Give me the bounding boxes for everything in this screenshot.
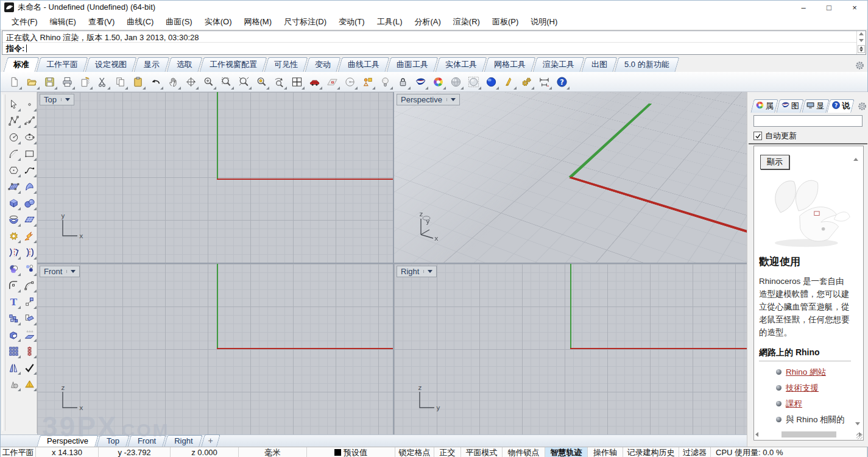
ribbon-tab[interactable]: 设定视图	[87, 57, 135, 72]
zoom-dynamic-icon[interactable]	[201, 74, 216, 90]
help-icon[interactable]: ?	[554, 74, 570, 90]
close-button[interactable]: ×	[842, 1, 867, 14]
circle-icon[interactable]	[6, 130, 21, 144]
viewport-label-front[interactable]: Front	[40, 266, 80, 277]
panel-tab-图[interactable]: 图	[778, 99, 802, 113]
ribbon-tab[interactable]: 选取	[169, 57, 200, 72]
status-cell[interactable]: 过滤器	[679, 447, 711, 457]
ribbon-tab[interactable]: 曲面工具	[389, 57, 436, 72]
status-cell[interactable]: 毫米	[239, 447, 307, 457]
fillet-surface-icon[interactable]	[22, 278, 37, 292]
array-icon[interactable]	[6, 311, 21, 325]
command-scrollbar[interactable]	[856, 31, 866, 54]
pyramid-icon[interactable]	[22, 377, 37, 391]
viewport-menu-button[interactable]	[446, 98, 456, 101]
menu-item[interactable]: 曲面(S)	[160, 15, 198, 29]
scroll-left-icon[interactable]	[755, 432, 758, 437]
lock-icon[interactable]	[395, 74, 411, 90]
viewport-label-perspective[interactable]: Perspective	[397, 94, 460, 105]
viewport-tab-front[interactable]: Front	[129, 435, 164, 447]
command-line[interactable]: 指令:	[2, 43, 866, 54]
menu-item[interactable]: 查看(V)	[82, 15, 121, 29]
torus-icon[interactable]	[6, 212, 21, 227]
control-point-curve-icon[interactable]	[22, 113, 37, 128]
auto-update-checkbox[interactable]	[753, 132, 762, 140]
extrude-icon[interactable]	[22, 327, 37, 342]
panel-tab-显[interactable]: 显	[803, 99, 828, 113]
help-search-input[interactable]	[753, 115, 863, 127]
move-icon[interactable]	[22, 294, 37, 309]
minimize-button[interactable]: –	[791, 1, 816, 14]
scroll-up-icon[interactable]	[859, 32, 864, 35]
viewport-layout-icon[interactable]	[289, 74, 305, 90]
panel-horizontal-scrollbar[interactable]	[755, 430, 862, 439]
menu-item[interactable]: 实体(O)	[199, 15, 238, 29]
surface-quilt-icon[interactable]	[22, 212, 37, 227]
split-icon[interactable]	[22, 245, 37, 260]
help-link[interactable]: 課程	[786, 399, 802, 408]
solid-union-icon[interactable]	[6, 327, 21, 342]
paste-icon[interactable]	[130, 74, 146, 90]
render-icon[interactable]	[413, 74, 428, 90]
menu-item[interactable]: 工具(L)	[371, 15, 409, 29]
light-icon[interactable]	[378, 74, 393, 90]
array-grid-icon[interactable]	[6, 344, 21, 358]
status-cell[interactable]: 记录建构历史	[623, 447, 679, 457]
menu-item[interactable]: 编辑(E)	[44, 15, 82, 29]
panel-tab-说[interactable]: ?说	[828, 99, 853, 113]
resize-grip[interactable]	[856, 433, 863, 439]
ribbon-tab[interactable]: 标准	[5, 57, 37, 72]
help-link[interactable]: Rhino 網站	[786, 367, 826, 377]
status-cell[interactable]: 操作轴	[588, 447, 623, 457]
menu-item[interactable]: 分析(A)	[409, 15, 447, 29]
status-cell[interactable]: 物件锁点	[503, 447, 545, 457]
selection-filter-icon[interactable]	[360, 74, 375, 90]
options-icon[interactable]	[519, 74, 534, 90]
menu-item[interactable]: 尺寸标注(D)	[278, 15, 333, 29]
point-icon[interactable]	[22, 97, 37, 112]
gear-icon[interactable]	[854, 60, 864, 69]
gear-icon[interactable]	[856, 101, 866, 110]
open-file-icon[interactable]	[24, 74, 40, 90]
dimension-icon[interactable]	[537, 74, 552, 90]
viewport-menu-button[interactable]	[61, 98, 70, 101]
menu-item[interactable]: 文件(F)	[5, 15, 44, 29]
pan-icon[interactable]	[166, 74, 181, 90]
mirror-icon[interactable]	[6, 360, 21, 375]
zoom-extents-icon[interactable]	[236, 74, 252, 90]
polygon-icon[interactable]	[6, 163, 21, 177]
polyline-icon[interactable]	[6, 113, 21, 128]
copy-icon[interactable]	[113, 74, 128, 90]
scroll-down-icon[interactable]	[855, 422, 860, 425]
curve-blend-icon[interactable]	[22, 163, 37, 177]
new-document-icon[interactable]	[7, 74, 22, 90]
ribbon-tab[interactable]: 显示	[136, 57, 168, 72]
ribbon-tab[interactable]: 变动	[307, 57, 339, 72]
panel-vertical-scrollbar[interactable]	[853, 147, 862, 428]
text-icon[interactable]: T	[6, 294, 21, 309]
cut-icon[interactable]	[95, 74, 110, 90]
add-viewport-button[interactable]: +	[203, 434, 219, 447]
viewport-right[interactable]: Right zy	[394, 264, 747, 434]
ribbon-tab[interactable]: 出图	[584, 57, 615, 72]
viewport-tab-right[interactable]: Right	[166, 435, 201, 447]
viewport-front[interactable]: Front zx	[37, 264, 393, 434]
status-cell[interactable]: 平面模式	[461, 447, 503, 457]
shaded-viewport-icon[interactable]	[448, 74, 464, 90]
box-icon[interactable]	[6, 196, 21, 210]
set-view-icon[interactable]	[342, 74, 358, 90]
ribbon-tab[interactable]: 渲染工具	[535, 57, 582, 72]
point-cloud-icon[interactable]	[22, 261, 37, 276]
menu-item[interactable]: 曲线(C)	[121, 15, 160, 29]
show-button[interactable]: 顯示	[760, 155, 789, 169]
viewport-menu-button[interactable]	[66, 270, 76, 273]
primitives-icon[interactable]	[6, 377, 21, 391]
ribbon-tab[interactable]: 工作视窗配置	[202, 57, 265, 72]
viewport-tab-perspective[interactable]: Perspective	[38, 435, 97, 447]
orient-icon[interactable]	[22, 311, 37, 325]
maximize-button[interactable]: □	[816, 1, 842, 14]
viewport-label-right[interactable]: Right	[397, 266, 437, 277]
check-icon[interactable]	[22, 360, 37, 375]
rendered-viewport-icon[interactable]	[484, 74, 499, 90]
notifications-icon[interactable]	[501, 74, 517, 90]
